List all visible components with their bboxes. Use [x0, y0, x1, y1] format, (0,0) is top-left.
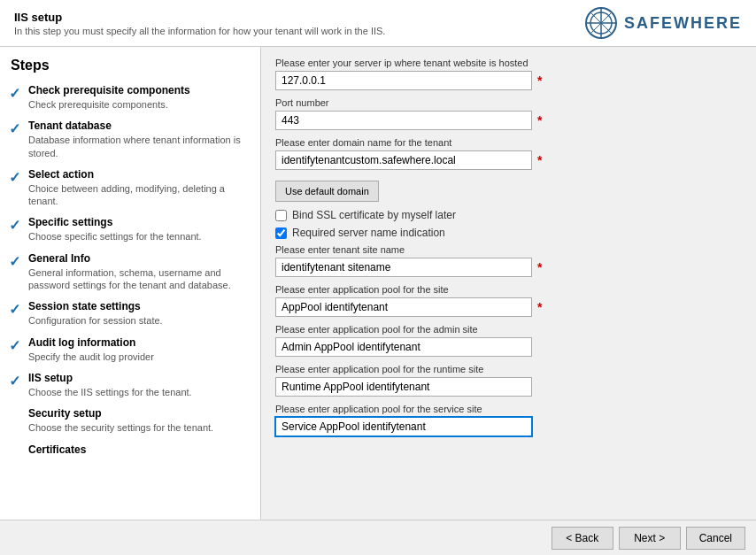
checkbox-row-0: Bind SSL certificate by myself later [275, 209, 742, 221]
step-check-icon-3: ✓ [9, 217, 23, 234]
step-check-icon-2: ✓ [9, 169, 23, 186]
step-check-icon-0: ✓ [9, 85, 23, 102]
step-content-0: Check prerequisite componentsCheck prere… [28, 84, 190, 111]
required-star-server-ip-input: * [537, 73, 542, 88]
step-name-0: Check prerequisite components [28, 84, 190, 96]
step-desc-6: Specify the audit log provider [28, 351, 154, 363]
app-pool-service-input[interactable] [275, 417, 532, 436]
step-name-1: Tenant database [28, 119, 253, 132]
logo-text: SAFEWHERE [624, 14, 742, 33]
step-item-7: ✓IIS setupChoose the IIS settings for th… [7, 372, 253, 398]
input-row-app-pool-admin-input [275, 337, 742, 357]
checkbox-row-1: Required server name indication [275, 227, 742, 239]
server-name-indication-checkbox-label: Required server name indication [292, 227, 445, 239]
step-content-2: Select actionChoice between adding, modi… [28, 168, 253, 208]
form-label-app-pool-runtime-input: Please enter application pool for the ru… [275, 364, 742, 374]
required-star-domain-name-input: * [537, 153, 542, 167]
step-content-7: IIS setupChoose the IIS settings for the… [28, 372, 192, 398]
logo-area: SAFEWHERE [585, 7, 742, 39]
step-check-icon-7: ✓ [9, 373, 23, 389]
bind-ssl-checkbox[interactable] [275, 210, 287, 221]
step-check-icon-5: ✓ [9, 301, 23, 318]
step-desc-7: Choose the IIS settings for the tenant. [28, 386, 192, 398]
tenant-site-name-input[interactable] [275, 258, 532, 277]
step-name-7: IIS setup [28, 372, 192, 384]
server-name-indication-checkbox[interactable] [275, 227, 287, 239]
step-desc-5: Configuration for session state. [28, 314, 163, 327]
bind-ssl-checkbox-label: Bind SSL certificate by myself later [292, 209, 456, 221]
port-number-input[interactable] [275, 111, 532, 130]
step-desc-0: Check prerequisite components. [28, 98, 190, 111]
step-check-icon-1: ✓ [9, 120, 23, 137]
form-label-app-pool-service-input: Please enter application pool for the se… [275, 404, 742, 414]
app-pool-admin-input[interactable] [275, 337, 532, 357]
footer: < Back Next > Cancel [0, 520, 756, 555]
form-group-app-pool-site-input: Please enter application pool for the si… [275, 284, 742, 317]
step-name-9: Certificates [28, 443, 86, 456]
form-group-app-pool-service-input: Please enter application pool for the se… [275, 404, 742, 436]
form-group-tenant-site-name-input: Please enter tenant site name* [275, 244, 742, 277]
input-row-app-pool-service-input [275, 417, 742, 436]
step-item-4: ✓General InfoGeneral information, schema… [7, 252, 253, 292]
app-pool-site-input[interactable] [275, 297, 532, 317]
form-group-domain-name-input: Please enter domain name for the tenant* [275, 137, 742, 170]
step-item-6: ✓Audit log informationSpecify the audit … [7, 336, 253, 363]
step-item-5: ✓Session state settingsConfiguration for… [7, 300, 253, 327]
main-content: Steps ✓Check prerequisite componentsChec… [0, 47, 756, 520]
step-item-2: ✓Select actionChoice between adding, mod… [7, 168, 253, 208]
input-row-server-ip-input: * [275, 71, 742, 90]
step-desc-2: Choice between adding, modifying, deleti… [28, 182, 253, 208]
form-label-domain-name-input: Please enter domain name for the tenant [275, 137, 742, 148]
page-subtitle: In this step you must specify all the in… [14, 26, 385, 36]
step-desc-1: Database information where tenant inform… [28, 134, 253, 159]
default-domain-button[interactable]: Use default domain [275, 181, 379, 202]
form-label-app-pool-admin-input: Please enter application pool for the ad… [275, 324, 742, 335]
default-domain-group: Use default domain [275, 177, 742, 202]
input-row-port-number-input: * [275, 111, 742, 130]
step-content-1: Tenant databaseDatabase information wher… [28, 119, 253, 159]
required-star-app-pool-site-input: * [537, 300, 542, 314]
step-desc-3: Choose specific settings for the tennant… [28, 230, 202, 243]
header-left: IIS setup In this step you must specify … [14, 11, 385, 36]
step-desc-4: General information, schema, username an… [28, 266, 253, 292]
steps-list: ✓Check prerequisite componentsCheck prer… [7, 84, 253, 456]
app-pool-runtime-input[interactable] [275, 377, 532, 397]
input-row-app-pool-site-input: * [275, 297, 742, 317]
step-content-4: General InfoGeneral information, schema,… [28, 252, 253, 292]
cancel-button[interactable]: Cancel [686, 527, 745, 550]
header: IIS setup In this step you must specify … [0, 0, 756, 47]
step-content-8: Security setupChoose the security settin… [28, 407, 213, 434]
back-button[interactable]: < Back [552, 527, 613, 550]
required-star-tenant-site-name-input: * [537, 260, 542, 274]
server-ip-input[interactable] [275, 71, 532, 90]
form-label-server-ip-input: Please enter your server ip where tenant… [275, 58, 742, 68]
sidebar-title: Steps [7, 58, 253, 73]
step-item-0: ✓Check prerequisite componentsCheck prer… [7, 84, 253, 111]
step-content-6: Audit log informationSpecify the audit l… [28, 336, 154, 363]
step-name-4: General Info [28, 252, 253, 265]
domain-name-input[interactable] [275, 150, 532, 170]
form-group-app-pool-admin-input: Please enter application pool for the ad… [275, 324, 742, 357]
step-name-8: Security setup [28, 407, 213, 420]
input-row-domain-name-input: * [275, 150, 742, 170]
step-item-9: Certificates [7, 443, 253, 456]
step-name-5: Session state settings [28, 300, 163, 312]
step-item-1: ✓Tenant databaseDatabase information whe… [7, 119, 253, 159]
step-name-2: Select action [28, 168, 253, 181]
form-group-app-pool-runtime-input: Please enter application pool for the ru… [275, 364, 742, 397]
step-content-3: Specific settingsChoose specific setting… [28, 216, 202, 243]
form-group-port-number-input: Port number* [275, 97, 742, 130]
step-item-3: ✓Specific settingsChoose specific settin… [7, 216, 253, 243]
next-button[interactable]: Next > [619, 527, 681, 550]
form-label-tenant-site-name-input: Please enter tenant site name [275, 244, 742, 255]
step-content-9: Certificates [28, 443, 86, 456]
step-check-icon-6: ✓ [9, 337, 23, 354]
step-check-icon-4: ✓ [9, 253, 23, 270]
sidebar: Steps ✓Check prerequisite componentsChec… [0, 47, 261, 520]
form-group-server-ip-input: Please enter your server ip where tenant… [275, 58, 742, 90]
required-star-port-number-input: * [537, 113, 542, 127]
form-container: Please enter your server ip where tenant… [275, 58, 742, 436]
step-content-5: Session state settingsConfiguration for … [28, 300, 163, 327]
input-row-tenant-site-name-input: * [275, 258, 742, 277]
safewhere-logo-icon [585, 7, 617, 39]
